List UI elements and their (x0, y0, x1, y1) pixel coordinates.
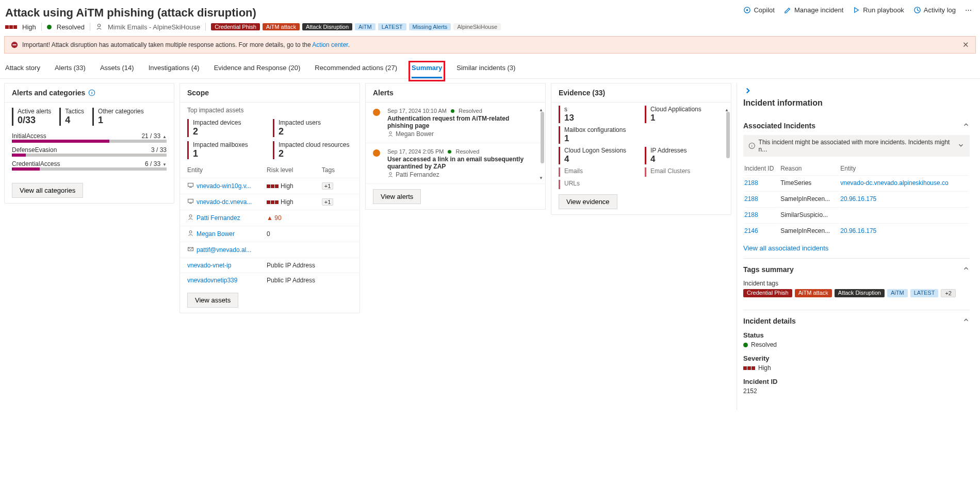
entity-link: vnevado-dc.vnevado.alpineskihouse.co (840, 179, 948, 187)
evidence-kpi: URLs (559, 180, 638, 189)
view-categories-button[interactable]: View all categories (12, 183, 83, 198)
tag-more[interactable]: +2 (941, 289, 956, 297)
tab-recommended[interactable]: Recommended actions (27) (315, 64, 397, 78)
tag[interactable]: AiTM attack (263, 23, 300, 30)
scrollbar-thumb[interactable] (726, 112, 730, 158)
tag[interactable]: AiTM (355, 23, 375, 30)
entity-row[interactable]: vnevado-dc.vneva...High+1 (180, 194, 360, 210)
alert-item[interactable]: Sep 17, 2024 2:05 PMResolvedUser accesse… (366, 143, 545, 184)
assoc-row[interactable]: 2188SimilarSuspicio... (744, 207, 969, 222)
scope-kpi: Impacted devices2 (187, 119, 267, 137)
header-actions: Copilot Manage incident Run playbook Act… (743, 6, 972, 14)
assoc-row[interactable]: 2146SameIpInRecen...20.96.16.175 (744, 223, 969, 238)
card-title: Alerts and categories (12, 89, 85, 97)
view-evidence-button[interactable]: View evidence (559, 194, 617, 209)
tab-investigations[interactable]: Investigations (4) (149, 64, 200, 78)
tab-assets[interactable]: Assets (14) (100, 64, 134, 78)
view-associated-link[interactable]: View all associated incidents (743, 239, 970, 252)
tab-alerts[interactable]: Alerts (33) (55, 64, 86, 78)
scope-kpi: Impacted cloud resources2 (273, 141, 352, 159)
tags-summary-header[interactable]: Tags summary (743, 265, 970, 274)
tag[interactable]: Missing Alerts (409, 23, 451, 30)
card-title: Alerts (366, 83, 545, 103)
manage-incident-button[interactable]: Manage incident (784, 6, 843, 14)
tab-evidence-response[interactable]: Evidence and Response (20) (214, 64, 301, 78)
page-title: Attack using AiTM phishing (attack disru… (5, 6, 256, 20)
entity-row[interactable]: vnevado-win10g.v...High+1 (180, 178, 360, 194)
tab-summary[interactable]: Summary (412, 64, 442, 78)
entity-link: pattif@vnevado.al... (197, 246, 251, 254)
severity-icon (743, 366, 755, 370)
alerts-card: Alerts Sep 17, 2024 10:10 AMResolvedAuth… (365, 83, 546, 210)
entity-row[interactable]: vnevado-vnet-ipPublic IP Address (180, 258, 360, 273)
scrollbar-thumb[interactable] (541, 112, 544, 163)
alert-severity-icon (373, 109, 380, 116)
card-title: Scope (180, 83, 360, 103)
scope-kpi: Impacted mailboxes1 (187, 141, 267, 159)
alert-item[interactable]: Sep 17, 2024 10:10 AMResolvedAuthenticat… (366, 103, 545, 143)
svg-point-15 (389, 132, 392, 134)
entity-link: vnevadovnetip339 (187, 277, 237, 284)
evidence-kpi: IP Addresses4 (645, 147, 724, 164)
tag[interactable]: AiTM (887, 289, 908, 297)
activity-log-button[interactable]: Activity log (913, 6, 956, 14)
incident-details-header[interactable]: Incident details (743, 316, 970, 325)
info-icon[interactable]: i (88, 89, 95, 96)
incident-id-link: 2188 (744, 211, 758, 218)
tag[interactable]: AiTM attack (795, 289, 832, 297)
info-icon: i (748, 142, 756, 149)
assoc-row[interactable]: 2188TimeSeriesvnevado-dc.vnevado.alpines… (744, 175, 969, 190)
tab-attack-story[interactable]: Attack story (5, 64, 40, 78)
tag-count[interactable]: +1 (322, 198, 334, 206)
scope-kpi: Impacted users2 (273, 119, 352, 137)
tag[interactable]: LATEST (910, 289, 939, 297)
tag[interactable]: Attack Disruption (835, 289, 885, 297)
entity-row[interactable]: Megan Bower0 (180, 226, 360, 242)
associated-incidents-header[interactable]: Associated Incidents (743, 121, 970, 130)
alert-severity-icon (373, 149, 380, 157)
incident-meta: High Resolved Mimik Emails - AlpineSkiHo… (0, 20, 980, 36)
svg-point-3 (97, 24, 100, 26)
evidence-card: Evidence (33) s13Cloud Applications1Mail… (551, 83, 731, 215)
entity-row[interactable]: pattif@vnevado.al... (180, 242, 360, 258)
action-center-link[interactable]: Action center (312, 41, 348, 48)
svg-rect-8 (188, 183, 193, 187)
tag[interactable]: Attack Disruption (302, 23, 352, 30)
entity-row[interactable]: vnevadovnetip339Public IP Address (180, 273, 360, 288)
tag[interactable]: AlpineSkiHouse (453, 23, 501, 30)
entity-link: vnevado-dc.vneva... (197, 198, 252, 206)
scroll-down-icon[interactable] (539, 174, 543, 181)
category-name: DefenseEvasion (12, 146, 57, 154)
svg-text:i: i (91, 91, 92, 95)
evidence-kpi: Mailbox configurations1 (559, 126, 724, 144)
category-count: 6 / 33 (145, 160, 167, 167)
status-icon (47, 25, 52, 29)
tag-count[interactable]: +1 (322, 182, 334, 190)
tag[interactable]: LATEST (378, 23, 406, 30)
risk-level: Public IP Address (267, 262, 322, 269)
copilot-button[interactable]: Copilot (743, 6, 774, 14)
svg-point-13 (189, 231, 192, 233)
tag[interactable]: Credential Phish (211, 23, 260, 30)
tag[interactable]: Credential Phish (743, 289, 792, 297)
close-icon[interactable]: ✕ (962, 40, 969, 49)
more-button[interactable]: ⋯ (965, 6, 972, 14)
risk-level: High (267, 198, 322, 206)
alerts-categories-card: Alerts and categoriesi Active alerts0/33… (4, 83, 174, 204)
risk-level: Public IP Address (267, 277, 322, 284)
run-playbook-button[interactable]: Run playbook (853, 6, 904, 14)
risk-level: 0 (267, 230, 322, 238)
svg-point-1 (746, 9, 748, 11)
status-label: Resolved (57, 23, 85, 31)
entity-link: 20.96.16.175 (840, 227, 876, 234)
severity-icon (5, 25, 17, 29)
view-alerts-button[interactable]: View alerts (373, 189, 421, 204)
entity-row[interactable]: Patti Fernandez▲ 90 (180, 210, 360, 226)
tab-similar[interactable]: Similar incidents (3) (456, 64, 515, 78)
incident-info-panel: Incident information Associated Incident… (737, 83, 976, 410)
panel-title: Incident information (743, 98, 970, 108)
chevron-down-icon[interactable] (957, 142, 965, 150)
view-assets-button[interactable]: View assets (187, 293, 238, 308)
assoc-row[interactable]: 2188SameIpInRecen...20.96.16.175 (744, 191, 969, 206)
collapse-icon[interactable] (743, 86, 753, 95)
